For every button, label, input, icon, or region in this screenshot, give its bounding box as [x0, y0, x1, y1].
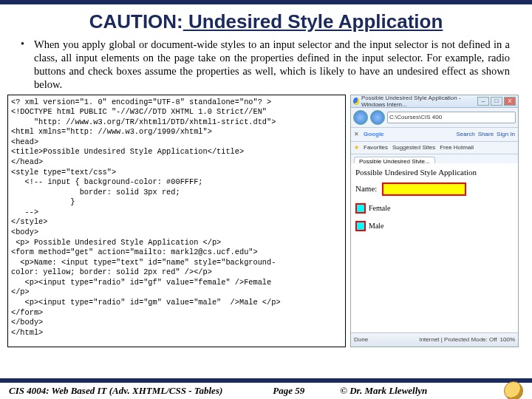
footer: CIS 4004: Web Based IT (Adv. XHTML/CSS -… [0, 378, 532, 399]
close-button[interactable]: X [504, 97, 516, 106]
browser-titlebar: Possible Undesired Style Application - W… [351, 95, 518, 108]
name-input[interactable] [382, 183, 466, 196]
status-bar: Done Internet | Protected Mode: Off 100% [351, 332, 518, 347]
toolbar-share[interactable]: Share [478, 131, 494, 137]
bullet-marker: • [21, 38, 34, 92]
footer-page: Page 59 [273, 385, 304, 397]
favorites-label[interactable]: Favorites [364, 144, 388, 151]
title-caution: CAUTION: [89, 10, 183, 33]
window-buttons: – □ X [477, 97, 516, 106]
forward-button[interactable] [370, 110, 385, 125]
maximize-button[interactable]: □ [491, 97, 502, 106]
footer-copyright: © Dr. Mark Llewellyn [340, 385, 427, 397]
status-done: Done [354, 336, 368, 343]
rendered-page: Possible Undesired Style Application Nam… [351, 163, 518, 333]
free-hotmail[interactable]: Free Hotmail [440, 144, 474, 151]
male-label: Male [369, 222, 384, 230]
code-listing: <? xml version="1. 0" encoding="UTF-8" s… [7, 95, 346, 347]
title-rest: Undesired Style Application [183, 10, 443, 33]
minimize-button[interactable]: – [477, 97, 489, 106]
slide-title: CAUTION: Undesired Style Application [0, 10, 532, 33]
bullet-paragraph: • When you apply global or document-wide… [0, 38, 532, 92]
female-label: Female [369, 204, 390, 212]
footer-course: CIS 4004: Web Based IT (Adv. XHTML/CSS -… [9, 385, 222, 397]
toolbar-signin[interactable]: Sign In [497, 131, 515, 137]
content-row: <? xml version="1. 0" encoding="UTF-8" s… [0, 92, 532, 347]
google-logo: Google [364, 131, 384, 137]
ie-icon [353, 98, 359, 105]
window-title: Possible Undesired Style Application - W… [361, 95, 477, 108]
bullet-text: When you apply global or document-wide s… [34, 38, 510, 92]
ucf-logo-icon [504, 381, 523, 399]
status-mode: Internet | Protected Mode: Off [419, 336, 497, 343]
browser-toolbar: ✕ Google Search Share Sign In [351, 128, 518, 142]
close-toolbar-icon[interactable]: ✕ [354, 131, 359, 137]
male-radio[interactable] [355, 221, 366, 231]
suggested-sites[interactable]: Suggested Sites [392, 144, 435, 151]
page-heading: Possible Undesired Style Application [355, 168, 514, 177]
back-button[interactable] [353, 110, 368, 125]
female-radio[interactable] [355, 203, 366, 214]
browser-screenshot: Possible Undesired Style Application - W… [350, 95, 519, 347]
male-row: Male [355, 221, 514, 231]
female-row: Female [355, 203, 514, 214]
top-border [0, 0, 532, 4]
toolbar-search[interactable]: Search [456, 131, 474, 137]
slide: CAUTION: Undesired Style Application • W… [0, 0, 532, 399]
status-zoom[interactable]: 100% [500, 336, 515, 343]
favorites-bar: ★ Favorites Suggested Sites Free Hotmail [351, 142, 518, 154]
favorites-star-icon[interactable]: ★ [354, 144, 359, 151]
address-bar[interactable]: C:\Courses\CIS 400 [387, 112, 516, 123]
name-row: Name: [355, 183, 514, 196]
browser-nav: C:\Courses\CIS 400 [351, 108, 518, 128]
name-label: Name: [355, 183, 377, 192]
